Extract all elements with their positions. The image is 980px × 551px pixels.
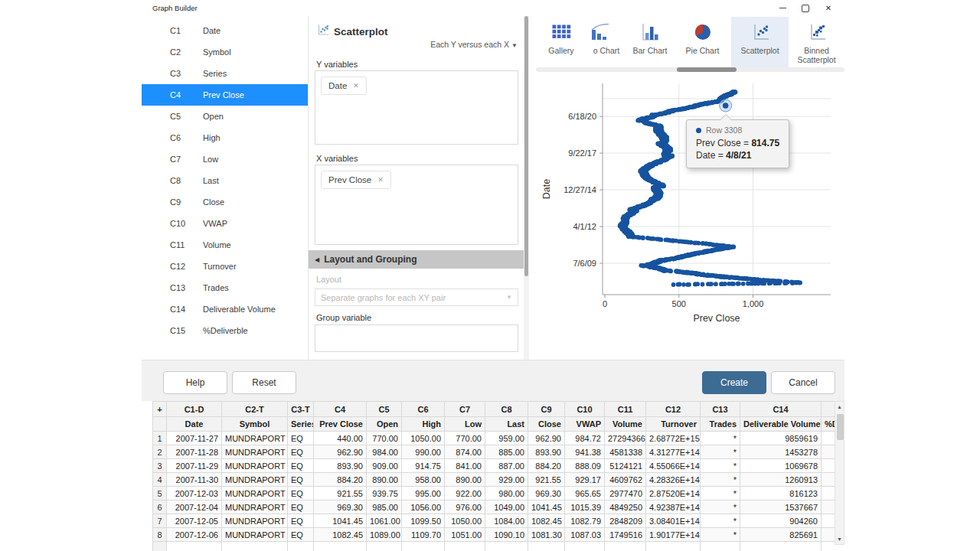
layout-grouping-header[interactable]: ◀ Layout and Grouping <box>309 250 524 269</box>
mode-dropdown[interactable]: Each Y versus each X▼ <box>430 40 518 49</box>
column-header[interactable]: C14 <box>740 402 822 417</box>
column-name-header[interactable]: Last <box>485 417 528 432</box>
row-number[interactable]: 6 <box>153 500 167 514</box>
worksheet[interactable]: +C1-DC2-TC3-TC4C5C6C7C8C9C10C11C12C13C14… <box>152 401 835 551</box>
column-header[interactable]: C4 <box>314 402 367 417</box>
cell[interactable]: 984.00 <box>367 445 402 459</box>
cell[interactable] <box>528 542 565 551</box>
cell[interactable]: 2007-11-29 <box>167 459 222 473</box>
cell[interactable]: 921.55 <box>314 487 367 500</box>
cell[interactable]: 2007-12-06 <box>167 528 222 542</box>
cell[interactable] <box>367 542 402 551</box>
column-item-c2[interactable]: C2Symbol <box>142 41 308 63</box>
cell[interactable]: EQ <box>288 487 314 500</box>
tab-bar-chart[interactable]: Bar Chart <box>626 17 674 67</box>
cell[interactable]: 890.00 <box>367 473 402 487</box>
cell[interactable]: 958.00 <box>402 473 445 487</box>
cell[interactable]: 1081.30 <box>528 528 565 542</box>
scroll-up-icon[interactable]: ▲ <box>835 402 844 412</box>
column-item-c13[interactable]: C13Trades <box>142 277 308 298</box>
column-name-header[interactable]: VWAP <box>565 417 605 432</box>
cell[interactable]: MUNDRAPORT <box>222 514 288 528</box>
cell[interactable] <box>822 514 835 528</box>
cell[interactable]: 1056.00 <box>402 500 445 514</box>
row-number[interactable]: 2 <box>153 445 167 459</box>
column-name-header[interactable]: Series <box>288 417 314 432</box>
cell[interactable]: EQ <box>288 459 314 473</box>
cell[interactable]: 1090.10 <box>485 528 528 542</box>
cell[interactable]: MUNDRAPORT <box>222 500 288 514</box>
cell[interactable]: 816123 <box>740 487 822 500</box>
scatterplot-canvas[interactable]: 6/18/209/22/1712/27/144/1/127/6/0905001,… <box>529 73 844 360</box>
column-name-header[interactable]: Symbol <box>222 417 288 432</box>
cell[interactable]: EQ <box>288 514 314 528</box>
cell[interactable]: 2007-12-03 <box>167 487 222 500</box>
cell[interactable]: 770.00 <box>445 432 485 445</box>
cell[interactable]: 887.00 <box>485 459 528 473</box>
row-number[interactable]: 7 <box>153 514 167 528</box>
cell[interactable] <box>822 487 835 500</box>
column-item-c14[interactable]: C14Deliverable Volume <box>142 298 308 320</box>
column-header[interactable]: C12 <box>646 402 701 417</box>
cell[interactable]: EQ <box>288 473 314 487</box>
cell[interactable]: 1050.00 <box>402 432 445 445</box>
cell[interactable]: 1082.79 <box>565 514 605 528</box>
row-number[interactable]: 1 <box>153 432 167 445</box>
cell[interactable]: 969.30 <box>528 487 565 500</box>
cell[interactable]: 1260913 <box>740 473 822 487</box>
y-variable-chip[interactable]: Date✕ <box>321 77 367 95</box>
cell[interactable]: 969.30 <box>314 500 367 514</box>
cell[interactable]: 1015.39 <box>565 500 605 514</box>
cell[interactable]: 3.08401E+14 <box>646 514 701 528</box>
cell[interactable]: 440.00 <box>314 432 367 445</box>
cell[interactable] <box>822 500 835 514</box>
column-header[interactable]: C5 <box>367 402 402 417</box>
cell[interactable]: 1082.45 <box>314 528 367 542</box>
column-item-c15[interactable]: C15%Deliverble <box>142 320 308 341</box>
builder-panel-scrollbar[interactable] <box>524 16 529 360</box>
cell[interactable] <box>822 528 835 542</box>
cell[interactable]: EQ <box>288 528 314 542</box>
worksheet-corner[interactable]: + <box>153 402 167 417</box>
cell[interactable]: 904260 <box>740 514 822 528</box>
cell[interactable]: 2007-11-30 <box>167 473 222 487</box>
cell[interactable]: 1.90177E+14 <box>646 528 701 542</box>
cell[interactable]: 893.90 <box>314 459 367 473</box>
cell[interactable] <box>485 542 528 551</box>
cell[interactable] <box>288 542 314 551</box>
scrollbar-thumb[interactable] <box>837 414 844 440</box>
cell[interactable]: 1109.70 <box>402 528 445 542</box>
cell[interactable]: 921.55 <box>528 473 565 487</box>
tab-gallery[interactable]: Gallery <box>536 17 586 67</box>
cell[interactable]: 4849250 <box>605 500 646 514</box>
column-item-c8[interactable]: C8Last <box>142 170 308 191</box>
tab-binned-scatterplot[interactable]: Binned Scatterplot <box>789 17 844 67</box>
column-name-header[interactable]: High <box>402 417 445 432</box>
column-name-header[interactable]: Volume <box>605 417 646 432</box>
cell[interactable]: 2007-12-05 <box>167 514 222 528</box>
column-name-header[interactable]: Date <box>167 417 222 432</box>
cell[interactable] <box>445 542 485 551</box>
column-item-c11[interactable]: C11Volume <box>142 234 308 256</box>
cell[interactable]: 885.00 <box>485 445 528 459</box>
remove-chip-icon[interactable]: ✕ <box>353 82 359 90</box>
cell[interactable]: 965.65 <box>565 487 605 500</box>
cell[interactable]: 962.90 <box>528 432 565 445</box>
cell[interactable]: 959.00 <box>485 432 528 445</box>
tab-pie-chart[interactable]: Pie Chart <box>674 17 731 67</box>
column-header[interactable]: C7 <box>445 402 485 417</box>
cell[interactable]: 976.00 <box>445 500 485 514</box>
cell[interactable]: 980.00 <box>485 487 528 500</box>
cell[interactable]: 1050.00 <box>445 514 485 528</box>
column-header[interactable]: C13 <box>701 402 740 417</box>
cell[interactable]: 962.90 <box>314 445 367 459</box>
cell[interactable]: MUNDRAPORT <box>222 528 288 542</box>
column-name-header[interactable]: Low <box>445 417 485 432</box>
column-header[interactable]: C2-T <box>222 402 288 417</box>
column-header[interactable]: C3-T <box>288 402 314 417</box>
cell[interactable]: 1749516 <box>605 528 646 542</box>
reset-button[interactable]: Reset <box>232 371 296 394</box>
row-number[interactable] <box>153 542 167 551</box>
cell[interactable]: 888.09 <box>565 459 605 473</box>
column-header[interactable]: C11 <box>605 402 646 417</box>
